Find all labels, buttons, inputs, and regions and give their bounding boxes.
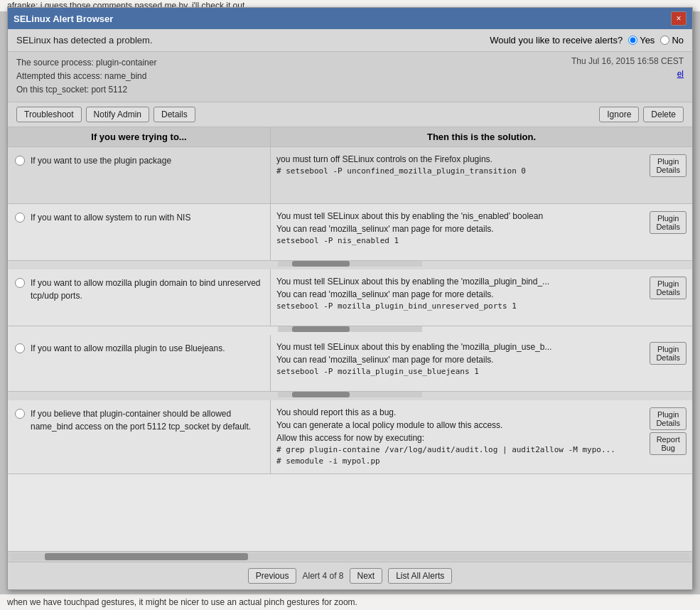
dialog-title: SELinux Alert Browser [14, 14, 113, 24]
row-radio-2[interactable] [15, 213, 25, 223]
scrollbar-row-2 [8, 261, 692, 269]
solution-left-text-1: If you want to use the plugin package [31, 154, 171, 167]
alert-link[interactable]: el [677, 69, 684, 79]
solution-right-5: You should report this as a bug. You can… [271, 400, 692, 473]
solution-right-text-2: You must tell SELinux about this by enab… [276, 210, 645, 247]
col-header-solution: Then this is the solution. [271, 127, 692, 146]
main-hscrollbar [8, 551, 692, 562]
alert-timestamp: Thu Jul 16, 2015 16:58 CEST [571, 56, 684, 66]
table-row: If you want to allow system to run with … [8, 204, 692, 261]
table-header: If you were trying to... Then this is th… [8, 127, 692, 147]
row-radio-1[interactable] [15, 156, 25, 166]
troubleshoot-button[interactable]: Troubleshoot [16, 107, 82, 122]
row-radio-4[interactable] [15, 343, 25, 353]
solutions-table: If you were trying to... Then this is th… [8, 127, 692, 551]
solution-left-1: If you want to use the plugin package [8, 147, 271, 203]
previous-button[interactable]: Previous [248, 568, 297, 584]
selinux-alert-dialog: SELinux Alert Browser × SELinux has dete… [7, 7, 693, 590]
radio-no-label[interactable]: No [660, 35, 684, 46]
radio-yes[interactable] [628, 36, 637, 45]
right-action-buttons: Ignore Delete [599, 107, 684, 122]
alert-info-bar: The source process: plugin-container Att… [8, 52, 692, 102]
solution-right-3: You must tell SELinux about this by enab… [271, 269, 692, 326]
solution-right-4: You must tell SELinux about this by enab… [271, 335, 692, 391]
hscroll-main[interactable] [11, 553, 689, 560]
alert-count-label: Alert 4 of 8 [302, 571, 343, 581]
solution-right-2: You must tell SELinux about this by enab… [271, 204, 692, 260]
plugin-details-btn-2[interactable]: PluginDetails [650, 211, 686, 234]
hscroll-3[interactable] [278, 326, 422, 332]
plugin-details-btn-1[interactable]: PluginDetails [650, 154, 686, 177]
row-radio-3[interactable] [15, 278, 25, 288]
solution-right-text-1: you must turn off SELinux controls on th… [276, 153, 645, 178]
action-buttons-bar: Troubleshoot Notify Admin Details Ignore… [8, 102, 692, 127]
radio-yes-label[interactable]: Yes [628, 35, 655, 46]
ignore-button[interactable]: Ignore [599, 107, 639, 122]
radio-no[interactable] [660, 36, 669, 45]
col-header-trying: If you were trying to... [8, 127, 271, 146]
plugin-details-btn-3[interactable]: PluginDetails [650, 277, 686, 299]
solution-right-text-5: You should report this as a bug. You can… [276, 406, 645, 468]
info-access: Attempted this access: name_bind [16, 70, 156, 83]
dialog-titlebar: SELinux Alert Browser × [8, 8, 692, 29]
alert-info-text: The source process: plugin-container Att… [16, 56, 156, 97]
solution-left-4: If you want to allow mozilla plugin to u… [8, 335, 271, 391]
solution-right-1: you must turn off SELinux controls on th… [271, 147, 692, 203]
dialog-top-bar: SELinux has detected a problem. Would yo… [8, 29, 692, 52]
hscroll-2[interactable] [278, 261, 422, 267]
bottom-nav-bar: Previous Alert 4 of 8 Next List All Aler… [8, 562, 692, 589]
solution-left-5: If you believe that plugin-container sho… [8, 400, 271, 473]
table-row: If you believe that plugin-container sho… [8, 400, 692, 474]
next-button[interactable]: Next [350, 568, 383, 584]
solution-left-text-2: If you want to allow system to run with … [31, 211, 190, 224]
report-bug-btn-5[interactable]: ReportBug [650, 432, 686, 455]
dialog-close-button[interactable]: × [671, 11, 686, 26]
solution-left-text-3: If you want to allow mozilla plugin doma… [31, 277, 263, 302]
list-all-alerts-button[interactable]: List All Alerts [388, 568, 452, 584]
alerts-radio-group: Would you like to receive alerts? Yes No [490, 35, 684, 46]
plugin-details-btn-5[interactable]: PluginDetails [650, 407, 686, 430]
alerts-question: Would you like to receive alerts? [490, 35, 623, 46]
table-row: If you want to use the plugin package yo… [8, 147, 692, 204]
solution-right-text-3: You must tell SELinux about this by enab… [276, 275, 645, 313]
hscroll-4[interactable] [278, 392, 422, 397]
solution-left-text-4: If you want to allow mozilla plugin to u… [31, 342, 225, 355]
scrollbar-row-4 [8, 392, 692, 400]
notify-admin-button[interactable]: Notify Admin [86, 107, 149, 122]
solution-left-2: If you want to allow system to run with … [8, 204, 271, 260]
plugin-details-btn-4[interactable]: PluginDetails [650, 342, 686, 365]
alert-detected-text: SELinux has detected a problem. [16, 35, 153, 46]
solution-right-btns-5: PluginDetails ReportBug [650, 406, 686, 455]
details-button[interactable]: Details [154, 107, 195, 122]
solution-right-text-4: You must tell SELinux about this by enab… [276, 341, 645, 378]
solution-left-3: If you want to allow mozilla plugin doma… [8, 269, 271, 326]
delete-button[interactable]: Delete [643, 107, 684, 122]
table-row: If you want to allow mozilla plugin to u… [8, 335, 692, 392]
scrollbar-row-3 [8, 326, 692, 335]
solution-left-text-5: If you believe that plugin-container sho… [31, 407, 263, 433]
info-socket: On this tcp_socket: port 5112 [16, 83, 156, 97]
info-source: The source process: plugin-container [16, 56, 156, 70]
row-radio-5[interactable] [15, 409, 25, 419]
table-row: If you want to allow mozilla plugin doma… [8, 269, 692, 326]
